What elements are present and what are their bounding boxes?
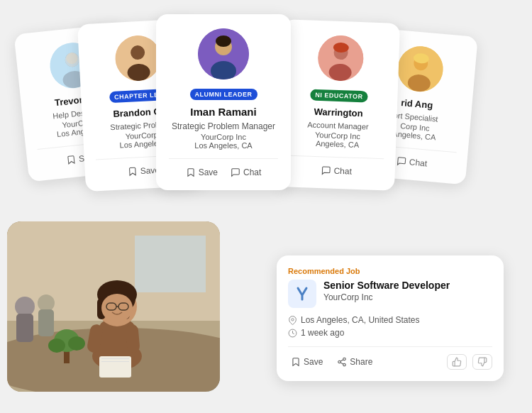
job-posted-item: 1 week ago bbox=[288, 328, 492, 338]
iman-company: YourCorp Inc bbox=[169, 133, 278, 141]
feedback-buttons bbox=[447, 354, 492, 370]
svg-point-51 bbox=[292, 318, 294, 320]
thumbs-down-button[interactable] bbox=[472, 354, 492, 370]
svg-rect-40 bbox=[101, 358, 129, 359]
iman-save-button[interactable]: Save bbox=[183, 166, 221, 179]
bookmark-icon bbox=[291, 357, 301, 367]
david-chat-button[interactable]: Chat bbox=[393, 155, 431, 170]
iman-location: Los Angeles, CA bbox=[169, 141, 278, 150]
recommended-label: Recommended Job bbox=[288, 267, 492, 275]
bookmark-icon bbox=[66, 155, 77, 165]
iman-chat-button[interactable]: Chat bbox=[228, 166, 264, 179]
warrington-actions: Chat bbox=[289, 155, 384, 180]
warrington-chat-button[interactable]: Chat bbox=[318, 164, 355, 178]
avatar-warrington bbox=[317, 35, 364, 82]
job-title: Senior Software Developer bbox=[323, 280, 450, 291]
svg-point-53 bbox=[343, 358, 346, 360]
svg-point-54 bbox=[338, 360, 341, 363]
job-company: YourCorp Inc bbox=[323, 292, 450, 302]
iman-role: Strategic Problem Manager bbox=[169, 121, 278, 133]
bookmark-icon bbox=[186, 167, 196, 177]
svg-line-57 bbox=[340, 360, 343, 361]
share-icon bbox=[337, 357, 347, 367]
job-location-item: Los Angeles, CA, United States bbox=[288, 315, 492, 325]
svg-rect-23 bbox=[135, 236, 206, 292]
chat-icon bbox=[321, 166, 331, 176]
svg-point-48 bbox=[38, 294, 55, 312]
svg-point-45 bbox=[68, 336, 85, 351]
profile-card-iman: ALUMNI LEADER Iman Ramani Strategic Prob… bbox=[156, 14, 291, 190]
svg-rect-49 bbox=[38, 309, 54, 336]
chat-icon bbox=[396, 156, 406, 167]
job-share-button[interactable]: Share bbox=[334, 356, 375, 368]
chat-icon bbox=[231, 167, 240, 177]
location-icon bbox=[288, 316, 297, 325]
job-recommendation-card: Recommended Job Senior Software Develope… bbox=[277, 255, 504, 381]
bookmark-icon bbox=[127, 167, 138, 177]
svg-point-46 bbox=[15, 297, 35, 316]
svg-point-44 bbox=[48, 338, 65, 353]
thumbs-down-icon bbox=[477, 357, 487, 367]
profile-card-warrington: NI EDUCATOR Warrington Account Manager Y… bbox=[277, 19, 400, 191]
svg-point-12 bbox=[216, 35, 231, 47]
job-meta: Los Angeles, CA, United States 1 week ag… bbox=[288, 315, 492, 338]
clock-icon bbox=[288, 329, 297, 338]
thumbs-up-button[interactable] bbox=[447, 354, 467, 370]
iman-actions: Save Chat bbox=[169, 158, 278, 179]
thumbs-up-icon bbox=[452, 357, 462, 367]
avatar-iman bbox=[198, 28, 249, 79]
company-logo bbox=[288, 280, 316, 308]
warrington-badge: NI EDUCATOR bbox=[310, 89, 368, 103]
iman-name: Iman Ramani bbox=[169, 106, 278, 118]
job-info: Senior Software Developer YourCorp Inc bbox=[323, 280, 450, 302]
job-posted: 1 week ago bbox=[301, 328, 344, 338]
svg-rect-47 bbox=[16, 314, 33, 342]
warrington-name: Warrington bbox=[291, 106, 385, 120]
job-actions: Save Share bbox=[288, 346, 492, 370]
svg-point-55 bbox=[343, 363, 346, 366]
svg-line-56 bbox=[340, 363, 343, 364]
scene: Trevor Hu Help Desk A... YourCorp Los An… bbox=[0, 0, 532, 413]
iman-badge: ALUMNI LEADER bbox=[190, 89, 257, 100]
avatar-brandon bbox=[113, 34, 161, 82]
job-save-button[interactable]: Save bbox=[288, 356, 326, 368]
office-photo bbox=[7, 221, 220, 392]
avatar-david bbox=[395, 45, 444, 94]
job-location: Los Angeles, CA, United States bbox=[301, 315, 419, 325]
job-header: Senior Software Developer YourCorp Inc bbox=[288, 280, 492, 308]
svg-rect-39 bbox=[99, 356, 131, 378]
svg-rect-41 bbox=[101, 361, 129, 362]
